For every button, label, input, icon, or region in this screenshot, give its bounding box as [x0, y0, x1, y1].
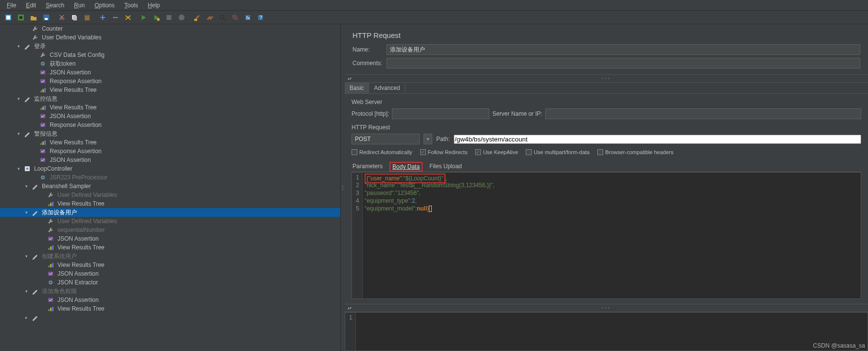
- tree-node[interactable]: ▾Beanshell Sampler: [0, 182, 340, 191]
- collapse-icon[interactable]: [110, 12, 121, 23]
- tree-toggle-icon[interactable]: ▾: [23, 210, 29, 215]
- template-icon[interactable]: [15, 12, 27, 23]
- svg-rect-33: [40, 123, 45, 127]
- tree-node[interactable]: ▾创建系统用户: [0, 252, 340, 261]
- tab-body-data[interactable]: Body Data: [389, 162, 423, 172]
- code-lines[interactable]: {"user_name":"${LoopCount}", "nick_name"…: [363, 173, 497, 298]
- menu-file[interactable]: File: [2, 1, 21, 10]
- tree-node[interactable]: Counter: [0, 24, 340, 33]
- tree-node[interactable]: User Defined Variables: [0, 191, 340, 199]
- open-icon[interactable]: [28, 12, 39, 23]
- tree-node[interactable]: View Results Tree: [0, 199, 340, 208]
- svg-point-16: [220, 15, 224, 19]
- tab-files-upload[interactable]: Files Upload: [428, 162, 463, 171]
- tree-node[interactable]: JSON Extractor: [0, 278, 340, 287]
- tree-toggle-icon[interactable]: ▾: [23, 254, 29, 259]
- chk-redirect-auto[interactable]: Redirect Automatically: [351, 149, 412, 155]
- chk-follow-redirects[interactable]: Follow Redirects: [420, 149, 467, 155]
- menu-tools[interactable]: Tools: [120, 1, 143, 10]
- svg-rect-49: [48, 265, 50, 267]
- tree-node[interactable]: JSON Assertion: [0, 68, 340, 77]
- assert-icon: [47, 270, 55, 278]
- tree-toggle-icon[interactable]: ▾: [23, 289, 29, 294]
- splitter[interactable]: [341, 24, 345, 351]
- chk-multipart[interactable]: Use multipart/form-data: [526, 149, 590, 155]
- stop-icon[interactable]: [163, 12, 175, 23]
- tab-parameters[interactable]: Parameters: [351, 162, 384, 171]
- tree-node[interactable]: View Results Tree: [0, 138, 340, 147]
- run-no-pause-icon[interactable]: [150, 12, 162, 23]
- tree-node[interactable]: JSR223 PreProcessor: [0, 173, 340, 182]
- tree-node[interactable]: Response Assertion: [0, 121, 340, 129]
- search-icon[interactable]: [217, 12, 228, 23]
- tree-toggle-icon[interactable]: ▸: [23, 315, 29, 320]
- tree-node[interactable]: ▸: [0, 313, 340, 322]
- expand-icon[interactable]: [97, 12, 109, 23]
- menu-help[interactable]: Help: [143, 1, 165, 10]
- save-icon[interactable]: [40, 12, 52, 23]
- copy-icon[interactable]: [69, 12, 80, 23]
- tree-node[interactable]: ▾LoopController: [0, 164, 340, 173]
- toggle-icon[interactable]: [122, 12, 134, 23]
- bottom-collapse[interactable]: ▴▾ •••: [345, 304, 868, 312]
- tree-toggle-icon[interactable]: ▾: [16, 96, 21, 101]
- protocol-input[interactable]: [392, 108, 489, 119]
- tree-node[interactable]: ▾添加角色权限: [0, 287, 340, 296]
- tree-node[interactable]: View Results Tree: [0, 243, 340, 252]
- comments-input[interactable]: [387, 58, 860, 69]
- run-icon[interactable]: [138, 12, 149, 23]
- tree-node[interactable]: sequentialNumber: [0, 226, 340, 234]
- tree-node[interactable]: ▾监控信息: [0, 94, 340, 103]
- tree-node[interactable]: User Defined Variables: [0, 33, 340, 42]
- chk-browser-compat[interactable]: Browser-compatible headers: [597, 149, 673, 155]
- path-input[interactable]: [454, 135, 861, 144]
- menu-edit[interactable]: Edit: [21, 1, 41, 10]
- section-collapse[interactable]: ▴▾ •••: [345, 75, 868, 83]
- name-input[interactable]: [387, 44, 860, 55]
- tree-node[interactable]: ▾登录: [0, 42, 340, 51]
- server-input[interactable]: [545, 108, 861, 119]
- body-data-editor[interactable]: 12345 {"user_name":"${LoopCount}", "nick…: [351, 172, 861, 299]
- tree-node[interactable]: View Results Tree: [0, 304, 340, 313]
- tree-node[interactable]: View Results Tree: [0, 86, 340, 94]
- tree-node[interactable]: 获取token: [0, 59, 340, 68]
- tree-node[interactable]: View Results Tree: [0, 103, 340, 112]
- clear-all-icon[interactable]: [204, 12, 216, 23]
- menu-search[interactable]: Search: [41, 1, 69, 10]
- chk-keepalive[interactable]: Use KeepAlive: [475, 149, 518, 155]
- menu-run[interactable]: Run: [69, 1, 90, 10]
- tab-advanced[interactable]: Advanced: [369, 83, 405, 93]
- help-icon[interactable]: ?: [255, 12, 266, 23]
- paste-icon[interactable]: [81, 12, 93, 23]
- reset-search-icon[interactable]: [229, 12, 241, 23]
- function-helper-icon[interactable]: fx: [242, 12, 254, 23]
- new-icon[interactable]: [2, 12, 14, 23]
- tree-node[interactable]: JSON Assertion: [0, 112, 340, 121]
- tree-node[interactable]: JSON Assertion: [0, 234, 340, 243]
- bottom-editor[interactable]: 1: [345, 312, 868, 351]
- tree-toggle-icon[interactable]: ▾: [16, 166, 21, 171]
- tree-node[interactable]: JSON Assertion: [0, 269, 340, 278]
- test-plan-tree[interactable]: CounterUser Defined Variables▾登录CSV Data…: [0, 24, 341, 351]
- tree-node[interactable]: JSON Assertion: [0, 296, 340, 304]
- tree-node[interactable]: View Results Tree: [0, 261, 340, 269]
- tree-node[interactable]: Response Assertion: [0, 77, 340, 86]
- tree-node[interactable]: User Defined Variables: [0, 217, 340, 226]
- method-dropdown-icon[interactable]: ▼: [424, 134, 432, 144]
- tree-toggle-icon[interactable]: ▾: [16, 131, 21, 136]
- tree-node[interactable]: ▾警报信息: [0, 129, 340, 138]
- tree-node[interactable]: CSV Data Set Config: [0, 51, 340, 59]
- shutdown-icon[interactable]: [176, 12, 187, 23]
- tree-node[interactable]: Response Assertion: [0, 147, 340, 156]
- menu-options[interactable]: Options: [90, 1, 119, 10]
- tab-basic[interactable]: Basic: [345, 83, 369, 93]
- tree-node[interactable]: ▾添加设备用户: [0, 208, 340, 217]
- tree-toggle-icon[interactable]: ▾: [23, 184, 29, 189]
- tree-toggle-icon[interactable]: ▾: [16, 44, 21, 49]
- cut-icon[interactable]: [56, 12, 68, 23]
- tree-node[interactable]: JSON Assertion: [0, 156, 340, 164]
- svg-rect-35: [42, 141, 44, 145]
- method-select[interactable]: POST: [351, 134, 420, 144]
- http-req-label: HTTP Request: [351, 124, 861, 131]
- clear-icon[interactable]: [191, 12, 203, 23]
